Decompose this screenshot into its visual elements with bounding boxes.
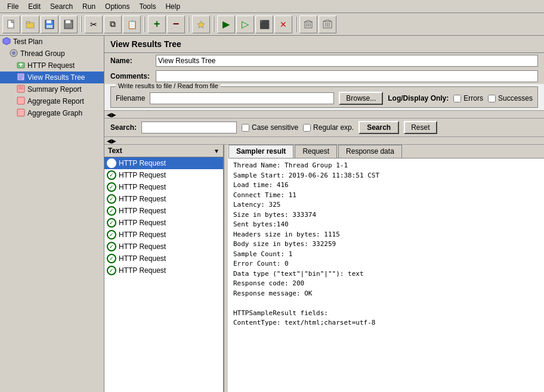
svg-rect-7 [66,20,70,23]
cut-button[interactable]: ✂ [85,15,103,33]
list-item[interactable]: ✓ HTTP Request [104,229,223,241]
list-header: Text ▼ [104,145,223,157]
panel-title: View Results Tree [110,39,538,49]
result-line-8: Body size in bytes: 332259 [233,239,539,250]
req-label-8: HTTP Request [119,254,166,263]
sidebar-item-http-request[interactable]: HTTP Request [0,60,104,71]
req-label-6: HTTP Request [119,231,166,239]
result-line-13: Response message: OK [233,289,539,299]
req-icon-0: ✓ [107,158,116,168]
toolbar: ✂ ⧉ 📋 + − ▶ ▷ ⬛ ✕ [0,13,544,36]
comments-input[interactable] [156,70,538,82]
resize-handle[interactable] [224,145,228,392]
add-button[interactable]: + [148,15,166,33]
run-button[interactable]: ▶ [217,15,235,33]
req-label-7: HTTP Request [119,242,166,251]
req-icon-6: ✓ [107,230,116,239]
clear-button[interactable] [299,15,317,33]
menu-file[interactable]: File [2,1,23,12]
name-input[interactable] [156,55,538,67]
menu-tools[interactable]: Tools [134,1,160,12]
separator-3 [188,17,189,32]
list-item[interactable]: ✓ HTTP Request [104,205,223,217]
copy-button[interactable]: ⧉ [104,15,122,33]
sidebar: Test Plan Thread Group HTTP Request View… [0,36,104,392]
result-line-10: Error Count: 0 [233,259,539,269]
sidebar-item-thread-group[interactable]: Thread Group [0,48,104,60]
browse-button[interactable]: Browse... [339,92,383,105]
errors-checkbox[interactable] [453,95,461,102]
paste-button[interactable]: 📋 [123,15,141,33]
list-item[interactable]: ✓ HTTP Request [104,193,223,205]
clear-all-button[interactable] [319,15,336,33]
properties-button[interactable] [192,15,210,33]
divider-arrow-1[interactable]: ◀▶ [107,111,116,118]
filename-label: Filename [116,94,145,102]
menu-run[interactable]: Run [78,1,100,12]
aggregate-report-icon [17,97,25,106]
new-button[interactable] [2,15,20,33]
result-line-14 [233,298,539,309]
search-input[interactable] [141,122,237,133]
menu-options[interactable]: Options [100,1,134,12]
list-item[interactable]: ✓ HTTP Request [104,157,223,169]
search-button[interactable]: Search [358,121,399,134]
filename-input[interactable] [150,92,334,104]
list-item[interactable]: ✓ HTTP Request [104,253,223,265]
tab-sampler-result[interactable]: Sampler result [228,145,293,158]
panel-header: View Results Tree [104,36,544,53]
list-item[interactable]: ✓ HTTP Request [104,265,223,276]
tab-response-data[interactable]: Response data [338,145,402,158]
shutdown-button[interactable]: ✕ [274,15,292,33]
stop-button[interactable]: ⬛ [255,15,273,33]
result-panel: Sampler result Request Response data Thr… [228,145,544,392]
save-button[interactable] [41,15,58,33]
result-line-2: Load time: 416 [233,181,539,191]
sidebar-item-test-plan[interactable]: Test Plan [0,36,104,48]
summary-report-icon [17,85,25,94]
result-line-0: Thread Name: Thread Group 1-1 [233,161,539,171]
case-sensitive-checkbox[interactable] [242,124,249,132]
svg-rect-28 [17,109,24,116]
list-item[interactable]: ✓ HTTP Request [104,169,223,181]
main-layout: Test Plan Thread Group HTTP Request View… [0,36,544,392]
req-icon-8: ✓ [107,254,116,263]
list-item[interactable]: ✓ HTTP Request [104,181,223,193]
list-dropdown-icon[interactable]: ▼ [214,148,220,154]
req-label-3: HTTP Request [119,195,166,203]
request-items-container: ✓ HTTP Request ✓ HTTP Request ✓ HTTP Req… [104,157,223,392]
lower-panel: Text ▼ ✓ HTTP Request ✓ HTTP Request ✓ H… [104,145,544,392]
view-results-tree-label: View Results Tree [27,73,85,82]
result-line-3: Connect Time: 11 [233,191,539,201]
svg-rect-4 [47,20,51,23]
divider-arrow-2[interactable]: ◀▶ [107,138,116,144]
menu-edit[interactable]: Edit [23,1,45,12]
sidebar-item-aggregate-graph[interactable]: Aggregate Graph [0,107,104,119]
menu-help[interactable]: Help [160,1,185,12]
case-sensitive-label: Case sensitive [252,123,298,132]
sidebar-item-summary-report[interactable]: Summary Report [0,83,104,95]
reset-button[interactable]: Reset [404,121,437,134]
successes-checkbox[interactable] [488,95,496,102]
view-results-tree-icon [17,73,25,82]
file-group: Write results to file / Read from file F… [110,86,538,108]
sidebar-item-view-results-tree[interactable]: View Results Tree [0,71,104,83]
sidebar-item-aggregate-report[interactable]: Aggregate Report [0,95,104,107]
name-label: Name: [110,57,152,65]
divider-2: ◀▶ [104,136,544,145]
remove-button[interactable]: − [167,15,185,33]
saveas-button[interactable] [60,15,78,33]
start-no-pause-button[interactable]: ▷ [236,15,254,33]
test-plan-label: Test Plan [13,38,42,46]
open-button[interactable] [21,15,39,33]
separator-2 [144,17,145,32]
list-item[interactable]: ✓ HTTP Request [104,217,223,229]
tab-request[interactable]: Request [295,145,337,158]
thread-group-icon [10,49,18,58]
menu-search[interactable]: Search [45,1,78,12]
thread-group-label: Thread Group [20,49,65,58]
list-item[interactable]: ✓ HTTP Request [104,241,223,253]
req-icon-5: ✓ [107,218,116,228]
regexp-checkbox[interactable] [303,124,311,132]
result-line-4: Latency: 325 [233,200,539,210]
